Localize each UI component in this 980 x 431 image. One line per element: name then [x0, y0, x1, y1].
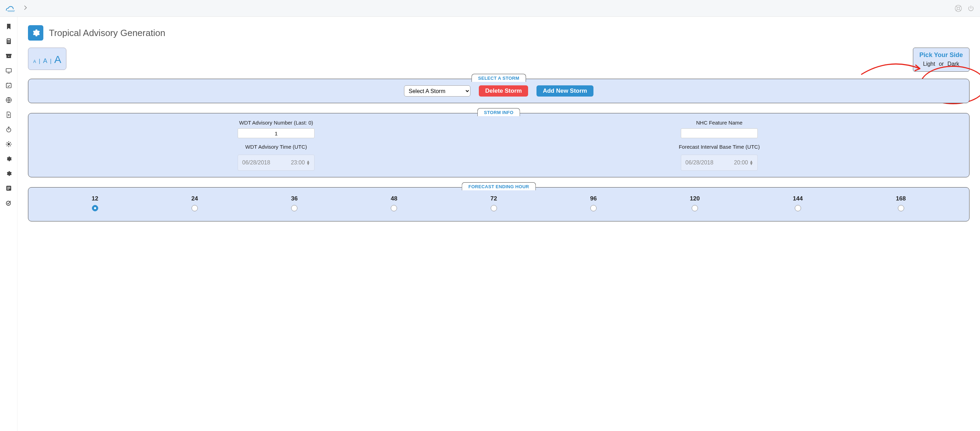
- svg-point-9: [10, 11, 11, 11]
- svg-point-4: [12, 10, 13, 11]
- top-bar: [0, 0, 980, 17]
- svg-point-6: [14, 10, 15, 11]
- svg-point-10: [11, 11, 12, 11]
- svg-point-14: [957, 7, 959, 10]
- svg-point-7: [8, 11, 9, 11]
- chevron-right-icon[interactable]: [23, 5, 28, 12]
- svg-point-12: [14, 11, 14, 11]
- app-logo: [4, 2, 17, 15]
- svg-line-18: [959, 10, 961, 11]
- power-icon[interactable]: [966, 3, 976, 13]
- svg-line-17: [956, 10, 957, 11]
- svg-line-16: [959, 6, 961, 7]
- svg-point-3: [11, 10, 11, 11]
- svg-point-0: [7, 10, 8, 11]
- svg-point-2: [10, 10, 10, 11]
- svg-point-1: [8, 10, 9, 11]
- help-icon[interactable]: [953, 3, 963, 13]
- svg-point-8: [9, 11, 10, 11]
- svg-point-11: [12, 11, 13, 11]
- svg-point-5: [13, 10, 14, 11]
- svg-line-15: [956, 6, 957, 7]
